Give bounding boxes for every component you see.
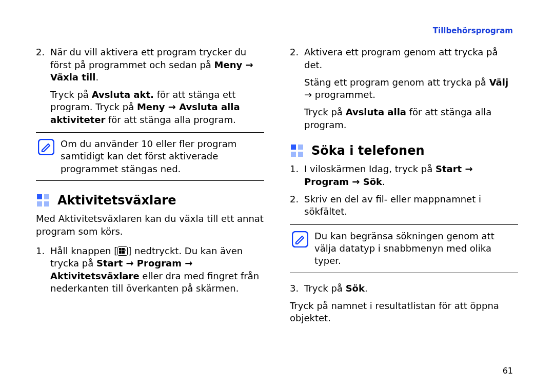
list-body: Tryck på Sök. — [304, 282, 518, 295]
document-page: Tillbehörsprogram 2. När du vill aktiver… — [0, 0, 554, 392]
svg-rect-13 — [291, 152, 296, 157]
text-run: Tryck på — [50, 89, 92, 100]
continuation-paragraph: Tryck på Avsluta akt. för att stänga ett… — [50, 89, 264, 126]
note-text: Om du använder 10 eller fler program sam… — [61, 138, 262, 175]
section-title: Aktivitetsväxlare — [57, 192, 176, 209]
text-run: för att stänga alla program. — [105, 114, 235, 125]
bold-run: Avsluta akt. — [92, 89, 154, 100]
note-pencil-icon — [38, 139, 54, 155]
text-run: . — [365, 283, 368, 294]
bold-run: Sök — [346, 283, 365, 294]
continuation-paragraph: Tryck på Avsluta alla för att stänga all… — [304, 106, 518, 131]
text-run: . — [95, 72, 98, 82]
list-item: 1. I viloskärmen Idag, tryck på Start → … — [290, 163, 518, 188]
note-block: Du kan begränsa sökningen genom att välj… — [290, 224, 518, 273]
list-item: 2. Skriv en del av fil- eller mappnamnet… — [290, 193, 518, 218]
two-column-layout: 2. När du vill aktivera ett program tryc… — [36, 46, 518, 363]
bold-run: Välj — [489, 77, 508, 88]
section-heading: Aktivitetsväxlare — [36, 192, 264, 209]
svg-rect-5 — [44, 201, 49, 207]
list-item: 2. Aktivera ett program genom att trycka… — [290, 46, 518, 71]
left-column: 2. När du vill aktivera ett program tryc… — [36, 46, 264, 363]
svg-rect-8 — [122, 248, 125, 251]
list-number: 2. — [290, 46, 304, 71]
list-number: 2. — [290, 193, 304, 218]
svg-rect-7 — [119, 248, 122, 251]
list-body: När du vill aktivera ett program trycker… — [50, 46, 264, 84]
text-run: Tryck på — [304, 107, 346, 117]
note-pencil-icon — [292, 231, 308, 247]
text-run: . — [382, 176, 385, 187]
svg-rect-2 — [37, 194, 42, 199]
list-body: Aktivera ett program genom att trycka på… — [304, 46, 518, 71]
svg-rect-0 — [38, 139, 54, 155]
svg-rect-3 — [44, 194, 49, 199]
text-run: Håll knappen [ — [50, 245, 117, 256]
svg-rect-12 — [298, 145, 303, 150]
text-run: Tryck på — [304, 283, 346, 294]
svg-rect-14 — [298, 152, 303, 157]
svg-rect-10 — [122, 251, 125, 254]
list-number: 1. — [36, 245, 50, 295]
text-run: I viloskärmen Idag, tryck på — [304, 163, 436, 174]
list-body: I viloskärmen Idag, tryck på Start → Pro… — [304, 163, 518, 188]
text-run: → programmet. — [304, 89, 375, 100]
right-column: 2. Aktivera ett program genom att trycka… — [290, 46, 518, 363]
section-squares-icon — [290, 143, 304, 158]
svg-rect-15 — [292, 232, 308, 247]
bold-run: Avsluta alla — [346, 107, 406, 117]
section-title: Söka i telefonen — [311, 142, 425, 159]
section-squares-icon — [36, 193, 50, 208]
text-run: Stäng ett program genom att trycka på — [304, 77, 489, 88]
section-heading: Söka i telefonen — [290, 142, 518, 159]
windows-key-icon — [117, 246, 128, 256]
list-item: 1. Håll knappen [] nedtryckt. Du kan äve… — [36, 245, 264, 295]
svg-rect-11 — [291, 145, 296, 150]
page-number: 61 — [36, 365, 518, 377]
list-body: Håll knappen [] nedtryckt. Du kan även t… — [50, 245, 264, 295]
list-number: 2. — [36, 46, 50, 84]
list-item: 3. Tryck på Sök. — [290, 282, 518, 295]
list-number: 1. — [290, 163, 304, 188]
svg-rect-4 — [37, 201, 42, 207]
closing-paragraph: Tryck på namnet i resultatlistan för att… — [290, 300, 518, 325]
svg-rect-9 — [119, 251, 122, 254]
list-item: 2. När du vill aktivera ett program tryc… — [36, 46, 264, 84]
note-text: Du kan begränsa sökningen genom att välj… — [314, 230, 516, 267]
continuation-paragraph: Stäng ett program genom att trycka på Vä… — [304, 76, 518, 101]
list-number: 3. — [290, 282, 304, 295]
header-category: Tillbehörsprogram — [36, 26, 518, 36]
note-block: Om du använder 10 eller fler program sam… — [36, 132, 264, 181]
list-body: Skriv en del av fil- eller mappnamnet i … — [304, 193, 518, 218]
intro-paragraph: Med Aktivitetsväxlaren kan du växla till… — [36, 213, 264, 238]
